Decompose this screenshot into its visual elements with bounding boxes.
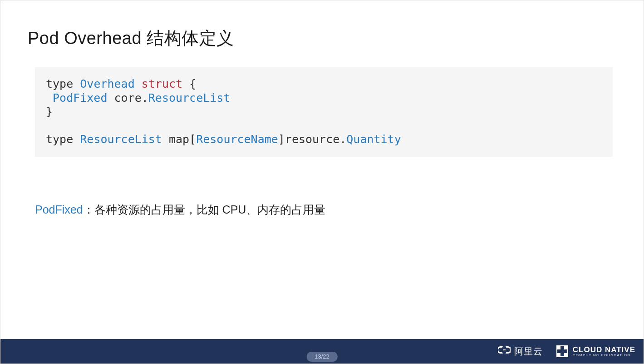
slide: Pod Overhead 结构体定义 type Overhead struct … [0,0,644,364]
code-brace-open: { [182,77,196,90]
code-map-prefix: map[ [162,133,196,146]
aliyun-logo: 阿里云 [498,345,543,358]
code-field-name: PodFixed [46,91,107,105]
description: PodFixed：各种资源的占用量，比如 CPU、内存的占用量 [28,201,616,219]
footer-bar: 13/22 阿里云 [0,339,644,364]
svg-rect-0 [503,349,506,350]
cncf-logo-subtitle: COMPUTING FOUNDATION [573,354,635,357]
page-indicator: 13/22 [306,352,338,362]
aliyun-logo-icon [498,345,511,357]
description-text: ：各种资源的占用量，比如 CPU、内存的占用量 [83,203,326,216]
svg-rect-3 [564,346,568,349]
svg-rect-5 [564,353,568,357]
code-pkg: core. [107,91,148,105]
description-highlight: PodFixed [35,203,83,216]
slide-title: Pod Overhead 结构体定义 [28,27,616,50]
code-type-name: Overhead [80,77,134,90]
code-type-name-2: ResourceList [80,133,162,146]
svg-rect-2 [557,346,560,349]
cncf-logo-text: CLOUD NATIVE COMPUTING FOUNDATION [573,346,635,357]
aliyun-logo-text: 阿里云 [514,345,543,358]
code-keyword-type-2: type [46,133,73,146]
code-brace-close: } [46,105,53,118]
code-keyword-type: type [46,77,73,90]
cncf-logo: CLOUD NATIVE COMPUTING FOUNDATION [556,345,635,357]
code-map-val: Quantity [346,133,401,146]
code-map-key: ResourceName [196,133,278,146]
code-keyword-struct: struct [142,77,182,90]
footer-logos: 阿里云 CLOUD NATIVE COMPUTING FOUNDATION [498,345,635,358]
cncf-logo-icon [556,345,568,357]
code-field-type: ResourceList [148,91,231,105]
code-block: type Overhead struct { PodFixed core.Res… [35,67,613,157]
code-map-suffix: ]resource. [278,133,347,146]
svg-rect-4 [557,353,560,357]
cncf-logo-title: CLOUD NATIVE [573,346,635,354]
